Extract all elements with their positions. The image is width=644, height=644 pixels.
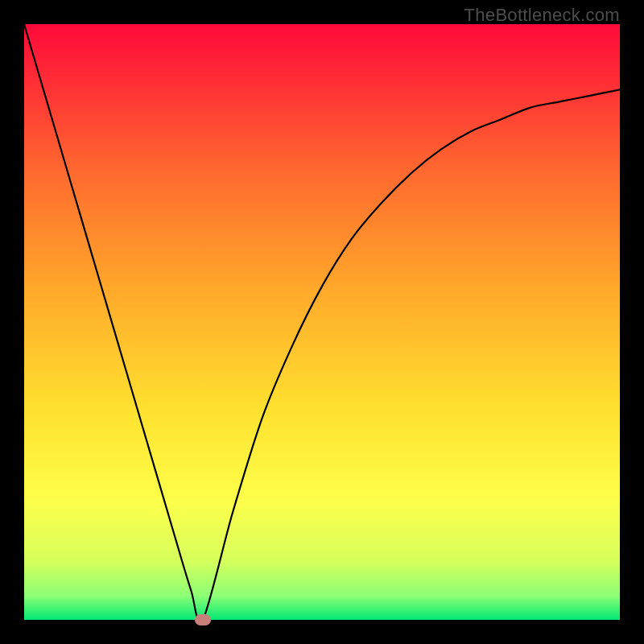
plot-svg [24,24,620,620]
plot-background [24,24,620,620]
plot-frame [24,24,620,620]
optimum-marker [195,614,211,625]
watermark-text: TheBottleneck.com [464,5,620,26]
